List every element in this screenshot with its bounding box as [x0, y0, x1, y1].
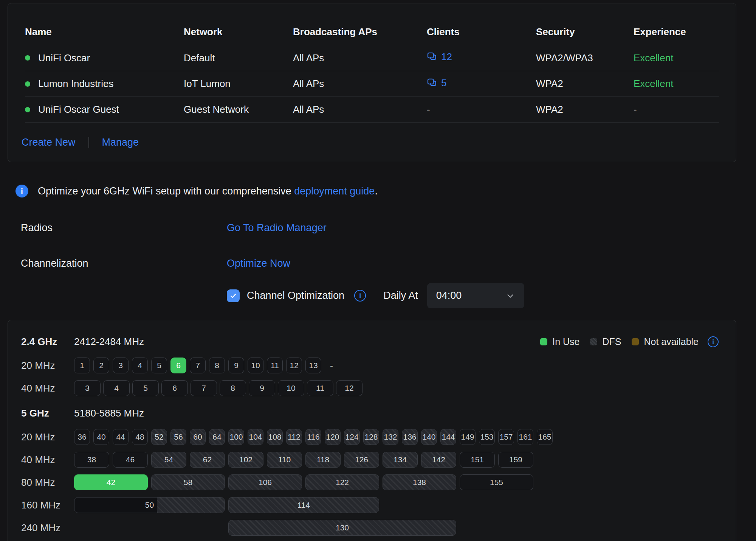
channel-row: 160 MHz50114 — [21, 497, 719, 513]
channel-optimization-info-icon[interactable]: i — [354, 290, 366, 302]
channel-chip-112[interactable]: 112 — [286, 429, 302, 445]
channel-chip-48[interactable]: 48 — [132, 429, 148, 445]
channel-chip-120[interactable]: 120 — [325, 429, 341, 445]
channel-chip-50[interactable]: 50 — [74, 497, 225, 513]
channel-chip-3[interactable]: 3 — [113, 358, 129, 373]
channel-chip-5[interactable]: 5 — [151, 358, 167, 373]
channel-number: 13 — [309, 361, 318, 370]
channel-chip-130[interactable]: 130 — [228, 520, 456, 536]
network-name: UniFi Oscar — [38, 52, 90, 64]
channel-chip-56[interactable]: 56 — [170, 429, 186, 445]
channel-chip-155[interactable]: 155 — [460, 474, 533, 490]
channel-chip-4[interactable]: 4 — [103, 380, 130, 396]
channel-chip-60[interactable]: 60 — [190, 429, 206, 445]
channel-chip-9[interactable]: 9 — [228, 358, 244, 373]
channel-chip-149[interactable]: 149 — [460, 429, 476, 445]
channel-chip-12[interactable]: 12 — [286, 358, 302, 373]
channel-chip-110[interactable]: 110 — [267, 452, 302, 468]
channel-chip-36[interactable]: 36 — [74, 429, 90, 445]
channel-chip-134[interactable]: 134 — [383, 452, 418, 468]
channel-number: 52 — [155, 432, 163, 442]
channel-chip-144[interactable]: 144 — [440, 429, 456, 445]
channel-chip-100[interactable]: 100 — [228, 429, 244, 445]
channel-chip-46[interactable]: 46 — [113, 452, 148, 468]
chips-row: 3456789101112 — [74, 380, 363, 396]
channel-chip-138[interactable]: 138 — [383, 474, 456, 490]
channel-chip-3[interactable]: 3 — [74, 380, 101, 396]
channel-chip-40[interactable]: 40 — [93, 429, 109, 445]
legend-info-icon[interactable]: i — [708, 336, 719, 347]
channel-chip-132[interactable]: 132 — [383, 429, 398, 445]
channel-chip-2[interactable]: 2 — [93, 358, 109, 373]
channel-chip-136[interactable]: 136 — [402, 429, 418, 445]
channel-row: 80 MHz4258106122138155 — [21, 474, 719, 490]
channel-chip-104[interactable]: 104 — [248, 429, 263, 445]
channel-chip-6[interactable]: 6 — [170, 358, 186, 373]
channel-chip-114[interactable]: 114 — [228, 497, 379, 513]
cell-broadcasting-aps: All APs — [293, 52, 427, 64]
go-to-radio-manager-link[interactable]: Go To Radio Manager — [227, 222, 327, 234]
channel-chip-58[interactable]: 58 — [151, 474, 225, 490]
deployment-guide-link[interactable]: deployment guide — [294, 185, 375, 197]
channel-chip-151[interactable]: 151 — [460, 452, 495, 468]
channel-chip-13[interactable]: 13 — [305, 358, 321, 373]
channel-chip-153[interactable]: 153 — [479, 429, 495, 445]
channel-chip-108[interactable]: 108 — [267, 429, 283, 445]
channel-number: 58 — [184, 478, 192, 487]
channel-chip-8[interactable]: 8 — [220, 380, 246, 396]
channel-chip-5[interactable]: 5 — [132, 380, 159, 396]
network-name: UniFi Oscar Guest — [38, 104, 119, 115]
channel-chip-1[interactable]: 1 — [74, 358, 90, 373]
clients-link[interactable]: 12 — [427, 51, 452, 63]
channel-chip-8[interactable]: 8 — [209, 358, 225, 373]
channel-chip-102[interactable]: 102 — [228, 452, 263, 468]
channel-chip-12[interactable]: 12 — [336, 380, 363, 396]
channel-chip-7[interactable]: 7 — [191, 380, 217, 396]
manage-link[interactable]: Manage — [102, 137, 139, 148]
create-new-link[interactable]: Create New — [22, 137, 76, 148]
channel-chip-140[interactable]: 140 — [421, 429, 437, 445]
channel-number: 60 — [193, 432, 202, 442]
channel-chip-159[interactable]: 159 — [498, 452, 533, 468]
legend-label: In Use — [552, 336, 579, 347]
clients-link[interactable]: 5 — [427, 77, 446, 89]
band-frequency-range: 2412-2484 MHz — [74, 336, 144, 348]
channel-number: 9 — [260, 384, 264, 393]
channel-chip-62[interactable]: 62 — [190, 452, 225, 468]
channel-chip-52[interactable]: 52 — [151, 429, 167, 445]
channel-chip-10[interactable]: 10 — [278, 380, 304, 396]
channel-chip-4[interactable]: 4 — [132, 358, 148, 373]
table-row: UniFi OscarDefaultAll APs12WPA2/WPA3Exce… — [25, 45, 719, 71]
channel-chip-9[interactable]: 9 — [249, 380, 275, 396]
channel-chip-11[interactable]: 11 — [267, 358, 283, 373]
channel-chip-64[interactable]: 64 — [209, 429, 225, 445]
channel-chip-54[interactable]: 54 — [151, 452, 186, 468]
channel-chip-6[interactable]: 6 — [161, 380, 188, 396]
channel-chip-116[interactable]: 116 — [305, 429, 321, 445]
channel-chip-122[interactable]: 122 — [305, 474, 379, 490]
channel-chip-124[interactable]: 124 — [344, 429, 360, 445]
channel-chip-142[interactable]: 142 — [421, 452, 456, 468]
channel-chip-161[interactable]: 161 — [517, 429, 533, 445]
channel-chip-11[interactable]: 11 — [307, 380, 333, 396]
channel-chip-128[interactable]: 128 — [363, 429, 379, 445]
legend-label: Not available — [644, 336, 699, 347]
channel-number: 110 — [278, 455, 291, 464]
daily-at-select[interactable]: 04:00 — [427, 283, 524, 308]
channel-chip-106[interactable]: 106 — [228, 474, 302, 490]
optimize-now-link[interactable]: Optimize Now — [227, 258, 290, 269]
channel-chip-165[interactable]: 165 — [537, 429, 553, 445]
channel-chip-38[interactable]: 38 — [74, 452, 109, 468]
radios-label: Radios — [21, 222, 53, 234]
channel-chip-10[interactable]: 10 — [248, 358, 263, 373]
channel-chip-126[interactable]: 126 — [344, 452, 379, 468]
channel-chip-157[interactable]: 157 — [498, 429, 514, 445]
channelization-card: 2.4 GHz2412-2484 MHzIn UseDFSNot availab… — [8, 320, 736, 541]
clients-count: 5 — [441, 77, 446, 89]
channel-chip-7[interactable]: 7 — [190, 358, 206, 373]
channel-optimization-checkbox[interactable] — [227, 289, 240, 302]
channel-number: 149 — [461, 432, 474, 442]
channel-chip-44[interactable]: 44 — [113, 429, 129, 445]
channel-chip-42[interactable]: 42 — [74, 474, 148, 490]
channel-chip-118[interactable]: 118 — [305, 452, 341, 468]
